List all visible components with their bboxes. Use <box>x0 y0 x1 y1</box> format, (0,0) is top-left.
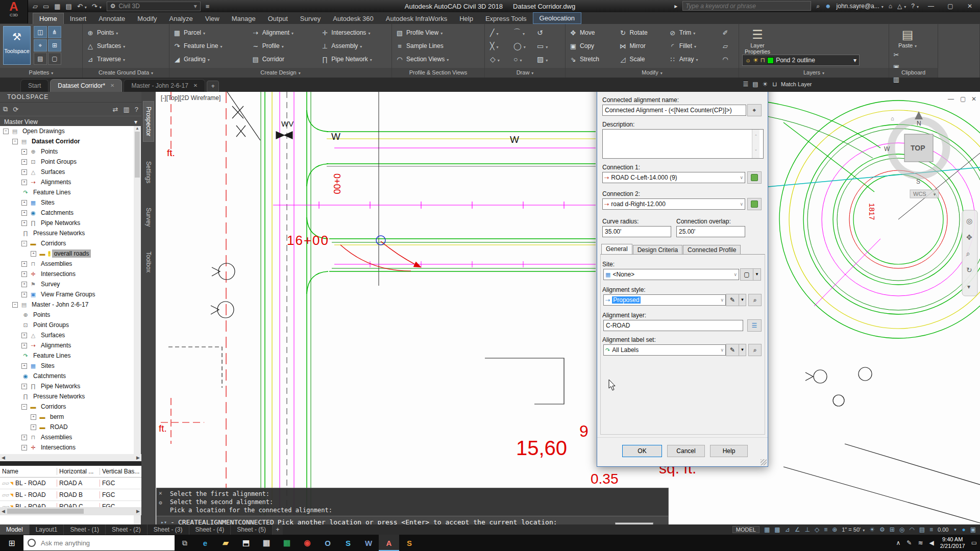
list-header-row[interactable]: Name Horizontal ... Vertical Bas... <box>0 466 141 478</box>
expand-toggle[interactable]: • <box>21 149 27 155</box>
layer-input[interactable]: C-ROAD <box>603 320 743 331</box>
toolspace-side-tab[interactable]: Survey <box>143 203 154 232</box>
chevron-down-icon[interactable]: ▼ <box>953 528 957 532</box>
tree-item[interactable]: ⊕ Points <box>0 310 134 320</box>
document-tab[interactable]: Dataset Corridor* ✕ <box>50 79 122 92</box>
help-icon[interactable]: ? <box>911 3 919 10</box>
connection1-dropdown[interactable]: ⇢ ROAD C-Left-14.000 (9) ∨ <box>602 172 745 183</box>
close-icon[interactable]: ✕ <box>193 80 198 92</box>
table-row[interactable]: ▱▱ ◥ BL - ROAD ROAD C FGC <box>0 501 141 507</box>
taskbar-search[interactable] <box>23 535 175 550</box>
draw-tool-icon[interactable]: ╳ <box>488 39 511 53</box>
tree-item-label[interactable]: Alignments <box>39 341 73 349</box>
pan-icon[interactable]: ✥ <box>966 233 972 241</box>
viewport-restore-icon[interactable]: ▢ <box>960 95 966 103</box>
tree-item-label[interactable]: Feature Lines <box>31 352 72 360</box>
ribbon-button[interactable]: ⊿ Traverse <box>86 53 166 66</box>
chevron-down-icon[interactable] <box>280 42 284 49</box>
viewcube-home-icon[interactable]: ⌂ <box>891 115 894 121</box>
layout-tab[interactable]: Sheet - (3) <box>148 524 189 535</box>
dialog-tab[interactable]: Connected Profile <box>683 245 741 255</box>
ribbon-button[interactable]: ⊥ Assembly <box>320 39 388 53</box>
document-tab[interactable]: Master - John 2-6-17 ✕ <box>124 79 205 92</box>
preview-style-button[interactable]: ⌕ <box>748 294 762 306</box>
expand-toggle[interactable]: + <box>21 220 27 226</box>
style-dropdown[interactable]: ⇢ Proposed ∨ <box>603 294 726 306</box>
layer-tool-icon[interactable]: ☀ <box>762 81 769 88</box>
chevron-down-icon[interactable] <box>522 42 526 50</box>
viewport-minimize-icon[interactable]: — <box>948 95 954 103</box>
tree-item-label[interactable]: Corridors <box>39 239 68 247</box>
new-file-icon[interactable]: ▱ <box>33 3 38 10</box>
expand-toggle[interactable]: − <box>3 129 9 134</box>
chevron-down-icon[interactable] <box>691 29 695 36</box>
tree-item[interactable]: − ▤ Dataset Corridor <box>0 136 134 146</box>
status-toggle-icon[interactable]: ⊕ <box>832 526 837 533</box>
draw-tool-icon[interactable]: ◇ <box>488 53 511 66</box>
paste-button[interactable]: ▤ Paste <box>892 26 923 48</box>
panel-label-palettes[interactable]: Palettes <box>0 68 82 78</box>
chevron-down-icon[interactable]: ▼ <box>753 268 761 281</box>
panel-label-layers[interactable]: Layers <box>739 68 889 78</box>
draw-tool-icon[interactable]: ↺ <box>535 26 558 39</box>
layer-picker-button[interactable]: ☰ <box>747 319 762 332</box>
tree-item[interactable]: + ✛ Intersections <box>0 269 134 279</box>
status-toggle-icon[interactable]: ◠ <box>909 526 914 533</box>
viewcube-north[interactable]: N <box>917 120 921 127</box>
open-file-icon[interactable]: ▭ <box>43 3 49 10</box>
chevron-down-icon[interactable] <box>521 29 525 37</box>
tray-icon[interactable]: ≋ <box>918 539 923 546</box>
layout-tab[interactable]: Sheet - (1) <box>64 524 106 535</box>
drawing-canvas[interactable]: [-][Top][2D Wireframe] 16+00 0+00 ft. ft… <box>156 92 980 524</box>
expand-toggle[interactable]: + <box>21 282 27 287</box>
status-toggle-icon[interactable]: ⚙ <box>879 526 885 533</box>
tree-item[interactable]: + ⊓ Assemblies <box>0 432 134 442</box>
layout-tab[interactable]: Layout1 <box>30 524 64 535</box>
expand-toggle[interactable]: + <box>21 435 27 440</box>
tree-item-label[interactable]: Master - John 2-6-17 <box>30 300 90 309</box>
expand-toggle[interactable]: + <box>21 384 27 389</box>
tree-item-label[interactable]: overall roads <box>52 249 91 258</box>
ribbon-tab[interactable]: Home <box>33 13 64 24</box>
name-template-button[interactable]: ⌖ <box>747 104 762 116</box>
list-hscrollbar[interactable]: ◀▶ <box>0 507 141 515</box>
expand-toggle[interactable]: − <box>12 302 18 308</box>
tree-item-label[interactable]: Intersections <box>39 270 78 278</box>
ribbon-tab[interactable]: Analyze <box>163 13 199 24</box>
textarea-scrollbar[interactable]: ⌃⌄ <box>752 130 760 158</box>
status-toggle-icon[interactable]: ◇ <box>815 526 819 533</box>
tree-item[interactable]: + △ Surfaces <box>0 330 134 340</box>
expand-toggle[interactable]: + <box>31 424 36 430</box>
tree-item-label[interactable]: Sites <box>39 198 57 207</box>
plot-icon[interactable]: ▤ <box>66 3 72 10</box>
tree-item[interactable]: + ▬ ROAD <box>0 422 134 432</box>
expand-toggle[interactable]: + <box>31 414 36 420</box>
chevron-down-icon[interactable] <box>445 56 449 63</box>
tree-item[interactable]: ↷ Feature Lines <box>0 350 134 361</box>
ribbon-tab[interactable]: Annotate <box>92 13 131 24</box>
chevron-down-icon[interactable] <box>289 29 293 36</box>
tree-item-label[interactable]: Pressure Networks <box>31 392 87 400</box>
annotation-scale-dropdown[interactable]: 1" = 50' <box>842 527 865 533</box>
ribbon-button[interactable]: ✥ Move <box>569 26 611 39</box>
panel-label-ground[interactable]: Create Ground Data <box>83 68 169 78</box>
help-icon[interactable]: ? <box>135 106 138 113</box>
workspace-dropdown[interactable]: ⚙ Civil 3D ▾ <box>107 2 201 11</box>
ribbon-button[interactable]: ≡ Sample Lines <box>395 39 481 53</box>
ribbon-button[interactable]: ◢ Grading <box>173 53 244 66</box>
expand-toggle[interactable]: + <box>21 169 27 175</box>
modify-extra-icon[interactable]: ▱ <box>721 39 736 53</box>
tree-item-label[interactable]: Point Groups <box>31 321 71 329</box>
layer-dropdown[interactable]: ☼ ☀ ⊓ Pond 2 outline ▾ <box>742 55 860 66</box>
orbit-icon[interactable]: ↻ <box>966 266 972 274</box>
tree-item-label[interactable]: Sites <box>39 362 57 370</box>
help-button[interactable]: Help <box>710 445 748 457</box>
table-row[interactable]: ▱▱ ◥ BL - ROAD ROAD B FGC <box>0 489 141 501</box>
edit-style-button[interactable]: ✎ <box>726 294 739 306</box>
chevron-down-icon[interactable] <box>218 42 222 49</box>
layer-tool-icon[interactable]: ⊔ <box>771 81 778 88</box>
expand-toggle[interactable]: + <box>21 271 27 277</box>
resize-grip[interactable] <box>761 459 767 465</box>
expand-toggle[interactable]: + <box>21 292 27 297</box>
new-layout-button[interactable]: + <box>273 524 283 535</box>
